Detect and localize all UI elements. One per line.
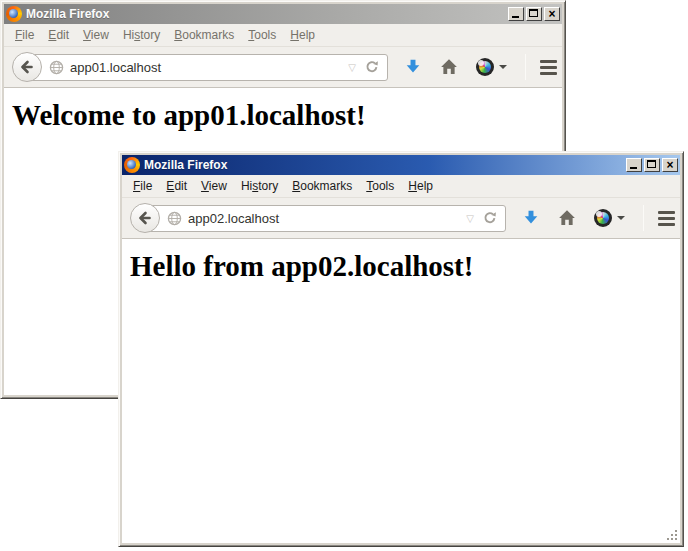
downloads-button[interactable]: [404, 58, 422, 76]
menu-button[interactable]: [538, 56, 559, 79]
reload-icon[interactable]: [364, 59, 380, 75]
search-engine-icon: [476, 58, 494, 76]
back-button[interactable]: [130, 203, 160, 233]
chevron-down-icon: [617, 216, 625, 220]
resize-grip[interactable]: [665, 528, 679, 542]
search-engine-icon: [594, 209, 612, 227]
menu-item-file[interactable]: File: [9, 26, 40, 44]
menu-item-view[interactable]: View: [77, 26, 115, 44]
firefox-icon: [6, 6, 22, 22]
menu-item-bookmarks[interactable]: Bookmarks: [286, 177, 358, 195]
menu-item-edit[interactable]: Edit: [42, 26, 75, 44]
menu-button[interactable]: [656, 207, 677, 230]
menu-item-file[interactable]: File: [127, 177, 158, 195]
menu-item-help[interactable]: Help: [402, 177, 439, 195]
titlebar[interactable]: Mozilla Firefox ×: [122, 155, 680, 175]
search-engine-button[interactable]: [476, 58, 507, 76]
home-button[interactable]: [558, 209, 576, 227]
menu-item-bookmarks[interactable]: Bookmarks: [168, 26, 240, 44]
minimize-button[interactable]: [508, 7, 524, 21]
url-input[interactable]: app01.localhost: [70, 60, 348, 75]
window-title: Mozilla Firefox: [144, 158, 626, 172]
close-button[interactable]: ×: [544, 7, 560, 21]
titlebar[interactable]: Mozilla Firefox ×: [4, 4, 562, 24]
search-engine-button[interactable]: [594, 209, 625, 227]
maximize-button[interactable]: [644, 158, 660, 172]
back-arrow-icon: [137, 210, 153, 226]
maximize-button[interactable]: [526, 7, 542, 21]
menu-item-tools[interactable]: Tools: [360, 177, 400, 195]
back-button[interactable]: [12, 52, 42, 82]
chevron-down-icon: [499, 65, 507, 69]
menu-item-edit[interactable]: Edit: [160, 177, 193, 195]
menu-item-view[interactable]: View: [195, 177, 233, 195]
toolbar-separator: [525, 54, 526, 80]
firefox-icon: [124, 157, 140, 173]
url-input[interactable]: app02.localhost: [188, 211, 466, 226]
menu-item-tools[interactable]: Tools: [242, 26, 282, 44]
minimize-button[interactable]: [626, 158, 642, 172]
site-identity-globe-icon[interactable]: [49, 60, 64, 75]
window-controls: ×: [626, 158, 678, 172]
toolbar-separator: [643, 205, 644, 231]
menu-item-help[interactable]: Help: [284, 26, 321, 44]
menu-bar: File Edit View History Bookmarks Tools H…: [4, 24, 562, 47]
reload-icon[interactable]: [482, 210, 498, 226]
browser-window-app02: Mozilla Firefox × File Edit View History…: [118, 151, 684, 547]
menu-item-history[interactable]: History: [117, 26, 166, 44]
site-identity-globe-icon[interactable]: [167, 211, 182, 226]
close-button[interactable]: ×: [662, 158, 678, 172]
menu-bar: File Edit View History Bookmarks Tools H…: [122, 175, 680, 198]
window-controls: ×: [508, 7, 560, 21]
window-title: Mozilla Firefox: [26, 7, 508, 21]
home-button[interactable]: [440, 58, 458, 76]
url-bar[interactable]: app02.localhost ▽: [144, 205, 506, 232]
menu-item-history[interactable]: History: [235, 177, 284, 195]
page-heading: Hello from app02.localhost!: [122, 250, 680, 283]
downloads-button[interactable]: [522, 209, 540, 227]
page-content: Hello from app02.localhost!: [122, 239, 680, 543]
back-arrow-icon: [19, 59, 35, 75]
url-dropdown-icon[interactable]: ▽: [466, 213, 474, 224]
navigation-toolbar: app02.localhost ▽: [122, 198, 680, 239]
navigation-toolbar: app01.localhost ▽: [4, 47, 562, 88]
url-bar[interactable]: app01.localhost ▽: [26, 54, 388, 81]
url-dropdown-icon[interactable]: ▽: [348, 62, 356, 73]
page-heading: Welcome to app01.localhost!: [4, 99, 562, 132]
